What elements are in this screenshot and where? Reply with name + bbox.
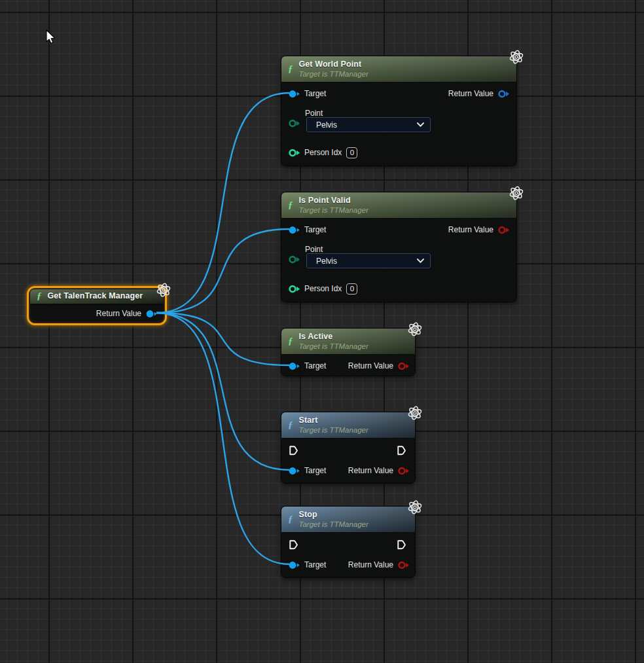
- return-value-pin-row: Return Value: [96, 308, 157, 319]
- target-pin-row: Target: [289, 88, 326, 99]
- return-value-pin[interactable]: [398, 362, 409, 370]
- pin-label: Target: [304, 466, 326, 475]
- node-get-world-point[interactable]: ƒ Get World Point Target is TTManager Ta…: [281, 56, 517, 166]
- target-pin[interactable]: [289, 226, 300, 234]
- node-subtitle: Target is TTManager: [299, 69, 368, 79]
- pin-label: Return Value: [448, 89, 493, 98]
- target-class-icon: [407, 321, 423, 337]
- node-title: Get TalenTrack Manager: [48, 291, 143, 302]
- target-pin-row: Target: [289, 465, 326, 476]
- target-class-icon: [509, 185, 524, 201]
- chevron-down-icon: [417, 259, 424, 263]
- pin-label: Return Value: [348, 361, 393, 370]
- function-icon: ƒ: [288, 200, 293, 210]
- target-class-icon: [509, 49, 524, 65]
- node-get-talentrack-manager[interactable]: ƒ Get TalenTrack Manager Return Value: [29, 289, 164, 323]
- target-pin[interactable]: [289, 561, 300, 569]
- person-idx-input[interactable]: 0: [346, 147, 357, 158]
- pin-label: Person Idx: [304, 148, 342, 157]
- exec-out-pin[interactable]: [397, 540, 406, 550]
- return-value-pin-row: Return Value: [348, 465, 409, 476]
- pin-label: Target: [304, 89, 326, 98]
- node-title: Get World Point: [299, 60, 368, 70]
- person-idx-pin-row: Person Idx 0: [289, 283, 357, 294]
- point-dropdown-value: Pelvis: [316, 120, 337, 130]
- node-subtitle: Target is TTManager: [299, 425, 368, 435]
- point-pin[interactable]: [289, 255, 300, 264]
- chevron-down-icon: [417, 122, 424, 127]
- point-dropdown[interactable]: Pelvis: [306, 253, 431, 268]
- node-start[interactable]: ƒ Start Target is TTManager Target Retur…: [281, 412, 416, 484]
- function-icon: ƒ: [37, 291, 42, 301]
- person-idx-input[interactable]: 0: [346, 283, 357, 295]
- node-header[interactable]: ƒ Stop Target is TTManager: [281, 507, 415, 533]
- return-value-pin-row: Return Value: [348, 361, 409, 371]
- point-pin-label: Point: [305, 245, 323, 254]
- return-value-pin-row: Return Value: [448, 88, 509, 99]
- point-dropdown-value: Pelvis: [316, 257, 337, 266]
- pin-label: Return Value: [96, 309, 141, 318]
- target-pin-row: Target: [289, 361, 326, 371]
- node-title: Start: [299, 416, 368, 426]
- point-dropdown[interactable]: Pelvis: [306, 117, 431, 132]
- pin-label: Return Value: [348, 560, 393, 569]
- target-class-icon: [407, 405, 423, 421]
- target-pin-row: Target: [289, 560, 326, 570]
- target-pin[interactable]: [289, 90, 300, 98]
- function-icon: ƒ: [288, 64, 293, 74]
- node-is-active[interactable]: ƒ Is Active Target is TTManager Target R…: [281, 328, 416, 376]
- target-pin-row: Target: [289, 224, 326, 235]
- return-value-pin[interactable]: [146, 310, 157, 318]
- pin-label: Return Value: [348, 466, 393, 475]
- person-idx-pin-row: Person Idx 0: [289, 147, 357, 158]
- return-value-pin[interactable]: [398, 561, 409, 569]
- return-value-pin-row: Return Value: [448, 224, 509, 235]
- function-icon: ƒ: [288, 514, 293, 524]
- point-pin-label: Point: [305, 109, 323, 118]
- person-idx-pin[interactable]: [289, 285, 300, 293]
- pin-label: Target: [304, 560, 326, 569]
- person-idx-pin[interactable]: [289, 149, 300, 157]
- node-header[interactable]: ƒ Is Active Target is TTManager: [281, 329, 415, 355]
- point-pin[interactable]: [289, 119, 300, 128]
- target-class-icon: [156, 282, 171, 298]
- node-header[interactable]: ƒ Get World Point Target is TTManager: [281, 56, 516, 82]
- pin-label: Person Idx: [304, 284, 342, 293]
- node-title: Is Active: [299, 332, 368, 342]
- exec-in-pin[interactable]: [289, 446, 298, 456]
- exec-out-pin[interactable]: [397, 446, 406, 456]
- target-class-icon: [407, 499, 423, 515]
- target-pin[interactable]: [289, 362, 300, 370]
- pin-label: Return Value: [448, 225, 493, 234]
- node-is-point-valid[interactable]: ƒ Is Point Valid Target is TTManager Tar…: [281, 192, 517, 302]
- function-icon: ƒ: [288, 420, 293, 430]
- node-stop[interactable]: ƒ Stop Target is TTManager Target Return…: [281, 506, 416, 578]
- return-value-pin-row: Return Value: [348, 560, 409, 570]
- node-header[interactable]: ƒ Is Point Valid Target is TTManager: [281, 192, 516, 219]
- node-subtitle: Target is TTManager: [299, 342, 368, 351]
- return-value-pin[interactable]: [498, 226, 509, 234]
- node-subtitle: Target is TTManager: [299, 520, 368, 529]
- return-value-pin[interactable]: [498, 90, 509, 98]
- return-value-pin[interactable]: [398, 467, 409, 475]
- node-subtitle: Target is TTManager: [299, 206, 368, 215]
- target-pin[interactable]: [289, 467, 300, 475]
- pin-label: Target: [304, 225, 326, 234]
- node-header[interactable]: ƒ Start Target is TTManager: [281, 412, 415, 439]
- function-icon: ƒ: [288, 336, 293, 346]
- node-title: Is Point Valid: [299, 196, 368, 206]
- node-header[interactable]: ƒ Get TalenTrack Manager: [30, 289, 164, 304]
- node-title: Stop: [299, 510, 368, 520]
- pin-label: Target: [304, 361, 326, 370]
- exec-in-pin[interactable]: [289, 540, 298, 550]
